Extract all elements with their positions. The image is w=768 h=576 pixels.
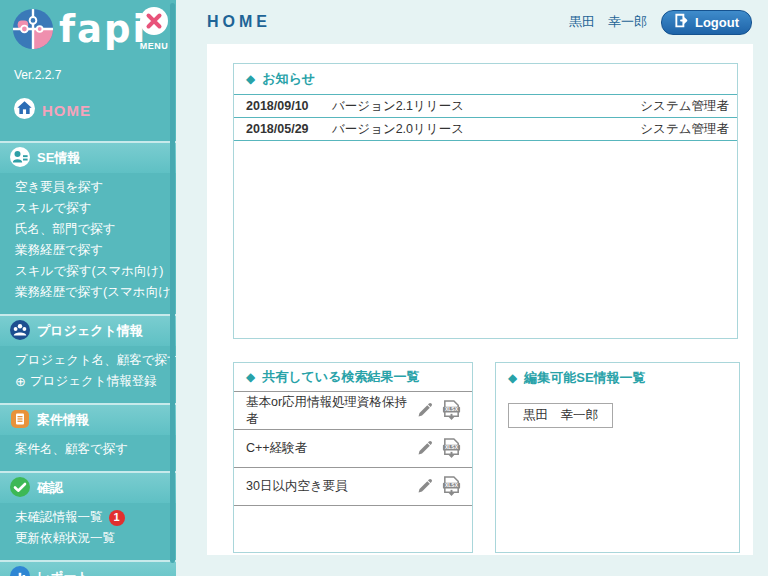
editable-se-header: ◆ 編集可能SE情報一覧 — [496, 363, 739, 393]
menu-label: MENU — [136, 41, 172, 51]
editable-se-entry[interactable]: 黒田 幸一郎 — [508, 403, 613, 428]
edit-pencil-icon[interactable] — [416, 440, 433, 457]
logout-door-icon — [674, 13, 689, 31]
sidebar-item-search-by-skill[interactable]: スキルで探す — [0, 198, 176, 219]
sidebar-item-home[interactable]: HOME — [0, 92, 176, 135]
edit-pencil-icon[interactable] — [416, 478, 433, 495]
logged-in-user-name[interactable]: 黒田 幸一郎 — [569, 13, 647, 31]
page: fapi MENU Ver.2.2.7 HOME — [0, 0, 768, 576]
sidebar-item-search-by-name-dept[interactable]: 氏名、部門で探す — [0, 219, 176, 240]
logout-label: Logout — [695, 15, 739, 30]
shared-result-row: C++経験者 XLSX — [234, 430, 472, 468]
item-label: 更新依頼状況一覧 — [15, 530, 115, 547]
home-icon — [14, 98, 35, 123]
menu-close-button[interactable]: MENU — [136, 6, 172, 51]
editable-se-box: ◆ 編集可能SE情報一覧 黒田 幸一郎 — [495, 362, 740, 553]
page-title: HOME — [207, 13, 271, 31]
unconfirmed-count-badge: 1 — [109, 510, 125, 526]
section-header-matter-info: 案件情報 — [0, 405, 176, 435]
sidebar-item-search-available[interactable]: 空き要員を探す — [0, 177, 176, 198]
shared-result-label: C++経験者 — [246, 440, 307, 457]
sidebar-scrollbar[interactable] — [170, 3, 175, 563]
section-label: 確認 — [37, 479, 63, 497]
logo-text: fapi — [59, 8, 147, 52]
shared-results-header: ◆ 共有している検索結果一覧 — [234, 363, 472, 392]
xlsx-download-icon[interactable]: XLSX — [441, 438, 462, 459]
shared-results-box: ◆ 共有している検索結果一覧 基本or応用情報処理資格保持者 XLSX — [233, 362, 473, 553]
content-panel: ◆ お知らせ 2018/09/10 バージョン2.1リリース システム管理者 2… — [207, 44, 753, 555]
notices-box: ◆ お知らせ 2018/09/10 バージョン2.1リリース システム管理者 2… — [233, 63, 738, 339]
app-version: Ver.2.2.7 — [0, 62, 176, 92]
person-icon — [10, 147, 30, 170]
logout-button[interactable]: Logout — [661, 10, 752, 35]
section-header-report: レポート — [0, 562, 176, 576]
item-label: プロジェクト名、顧客で探す — [15, 352, 176, 369]
close-icon — [139, 22, 169, 39]
section-matter-info: 案件情報 案件名、顧客で探す — [0, 403, 176, 465]
check-icon — [10, 477, 30, 500]
shared-result-label: 30日以内空き要員 — [246, 478, 348, 495]
home-label: HOME — [42, 102, 91, 119]
document-icon — [10, 409, 30, 432]
notice-date: 2018/09/10 — [246, 99, 332, 113]
section-label: 案件情報 — [37, 411, 89, 429]
sidebar-item-search-by-skill-mobile[interactable]: スキルで探す(スマホ向け) — [0, 261, 176, 282]
item-label: 空き要員を探す — [15, 179, 103, 196]
section-header-se-info: SE情報 — [0, 143, 176, 173]
notice-date: 2018/05/29 — [246, 122, 332, 136]
notice-row: 2018/05/29 バージョン2.0リリース システム管理者 — [234, 118, 737, 141]
notice-row: 2018/09/10 バージョン2.1リリース システム管理者 — [234, 95, 737, 118]
section-header-confirm: 確認 — [0, 473, 176, 503]
item-label: 業務経歴で探す(スマホ向け) — [15, 284, 175, 301]
section-label: SE情報 — [37, 149, 80, 167]
item-label: 業務経歴で探す — [15, 242, 103, 259]
item-label: プロジェクト情報登録 — [30, 373, 157, 390]
svg-text:XLSX: XLSX — [445, 445, 459, 450]
notices-title: お知らせ — [262, 70, 315, 88]
sidebar-item-search-project[interactable]: プロジェクト名、顧客で探す — [0, 350, 176, 371]
shared-result-row: 基本or応用情報処理資格保持者 XLSX — [234, 392, 472, 430]
section-confirm: 確認 未確認情報一覧 1 更新依頼状況一覧 — [0, 471, 176, 554]
shared-result-label: 基本or応用情報処理資格保持者 — [246, 394, 416, 428]
section-se-info: SE情報 空き要員を探す スキルで探す 氏名、部門で探す 業務経歴で探す スキル… — [0, 141, 176, 308]
sidebar-item-register-project[interactable]: ⊕ プロジェクト情報登録 — [0, 371, 176, 392]
item-label: 案件名、顧客で探す — [15, 441, 128, 458]
svg-text:XLSX: XLSX — [445, 407, 459, 412]
sidebar-item-search-by-history-mobile[interactable]: 業務経歴で探す(スマホ向け) — [0, 282, 176, 303]
svg-text:XLSX: XLSX — [445, 483, 459, 488]
notice-text: バージョン2.1リリース — [332, 98, 464, 115]
logo: fapi MENU — [0, 0, 176, 62]
diamond-icon: ◆ — [246, 73, 255, 85]
group-icon — [10, 320, 30, 343]
diamond-icon: ◆ — [508, 372, 517, 384]
section-label: プロジェクト情報 — [37, 322, 143, 340]
editable-se-title: 編集可能SE情報一覧 — [524, 369, 645, 387]
sidebar-item-search-matter[interactable]: 案件名、顧客で探す — [0, 439, 176, 460]
chart-icon — [10, 566, 30, 576]
diamond-icon: ◆ — [246, 371, 255, 383]
section-report: レポート レポート一覧 — [0, 560, 176, 576]
section-label: レポート — [37, 568, 90, 576]
notice-text: バージョン2.0リリース — [332, 121, 464, 138]
notice-author: システム管理者 — [640, 98, 729, 115]
shared-result-row: 30日以内空き要員 XLSX — [234, 468, 472, 506]
notice-author: システム管理者 — [640, 121, 729, 138]
shared-results-title: 共有している検索結果一覧 — [262, 368, 419, 386]
topbar: HOME 黒田 幸一郎 Logout — [176, 0, 768, 44]
plus-circle-icon: ⊕ — [15, 373, 26, 390]
item-label: 未確認情報一覧 — [15, 509, 103, 526]
xlsx-download-icon[interactable]: XLSX — [441, 476, 462, 497]
xlsx-download-icon[interactable]: XLSX — [441, 400, 462, 421]
notices-header: ◆ お知らせ — [234, 64, 737, 95]
item-label: スキルで探す(スマホ向け) — [15, 263, 163, 280]
item-label: 氏名、部門で探す — [15, 221, 116, 238]
sidebar: fapi MENU Ver.2.2.7 HOME — [0, 0, 176, 576]
section-header-project-info: プロジェクト情報 — [0, 316, 176, 346]
sidebar-item-search-by-history[interactable]: 業務経歴で探す — [0, 240, 176, 261]
puzzle-logo-icon — [12, 8, 54, 54]
sidebar-item-unconfirmed-list[interactable]: 未確認情報一覧 1 — [0, 507, 176, 528]
item-label: スキルで探す — [15, 200, 91, 217]
sidebar-item-update-request-list[interactable]: 更新依頼状況一覧 — [0, 528, 176, 549]
section-project-info: プロジェクト情報 プロジェクト名、顧客で探す ⊕ プロジェクト情報登録 — [0, 314, 176, 397]
edit-pencil-icon[interactable] — [416, 402, 433, 419]
